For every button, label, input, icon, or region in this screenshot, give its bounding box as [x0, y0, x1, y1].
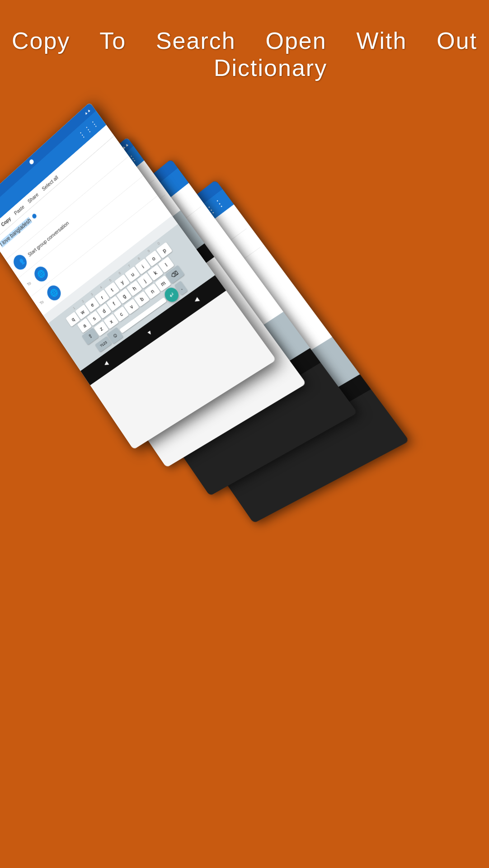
avatar-group: 👥 — [11, 252, 29, 272]
nav-home-icon[interactable]: ▼ — [146, 328, 154, 337]
word-copy: Copy — [12, 28, 70, 54]
avatar-contact-2: 🌐 — [44, 283, 63, 303]
word-out: Out — [437, 28, 477, 54]
copy-button[interactable]: Copy — [0, 215, 12, 227]
word-to: To — [99, 28, 126, 54]
nav-back-icon[interactable]: ◀ — [103, 360, 109, 368]
phone-mockup-container: ⋮⋮⋮ 👥 Start group conversation 🌐 To 🌐 To — [0, 0, 489, 568]
nav-recents-icon[interactable]: ◀ — [193, 296, 200, 304]
page-background: Copy To Search Open With Out Dictionary … — [0, 0, 489, 868]
avatar-contact-1: 🌐 — [32, 264, 51, 284]
